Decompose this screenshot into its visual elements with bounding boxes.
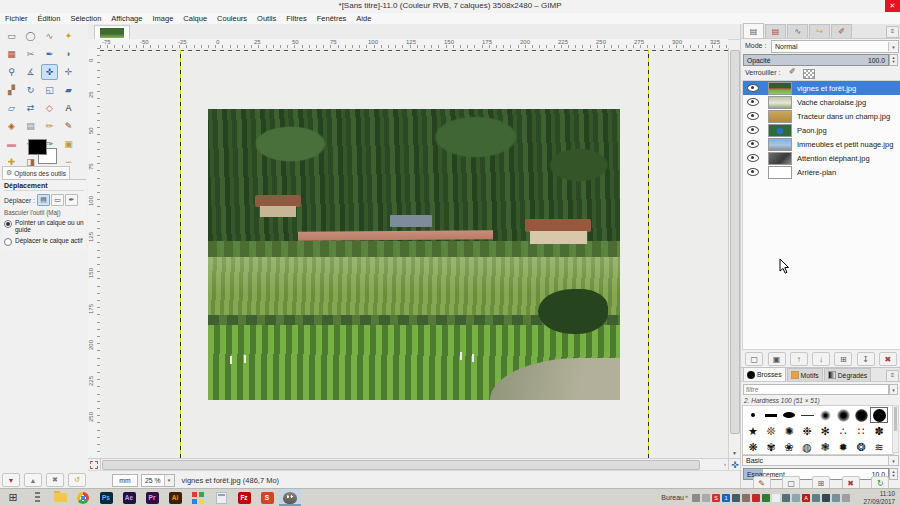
brush-item[interactable] (798, 407, 816, 423)
tool-pencil[interactable]: ✏ (41, 118, 58, 134)
chrome[interactable] (72, 489, 94, 506)
foreground-color-swatch[interactable] (28, 139, 47, 155)
tool-rotate[interactable]: ↻ (22, 82, 39, 98)
duplic)ate-layer-button[interactable]: ⊞ (834, 352, 852, 366)
tool-select-by-color[interactable]: ▦ (3, 46, 20, 62)
layer-row[interactable]: Vache charolaise.jpg (743, 95, 900, 109)
brush-grid-scrollbar[interactable] (892, 405, 899, 453)
radio-move-active-layer[interactable]: Déplacer le calque actif (4, 237, 84, 246)
menu-item[interactable]: Couleurs (212, 14, 252, 23)
tray-icon[interactable] (752, 494, 760, 502)
tab-undo-history[interactable]: ↪ (809, 24, 830, 38)
brush-item[interactable] (762, 407, 780, 423)
brush-item[interactable] (870, 407, 888, 423)
dock-menu-button[interactable]: ≡ (886, 26, 899, 38)
lower-layer-button[interactable]: ↓ (812, 352, 830, 366)
brush-item[interactable] (852, 407, 870, 423)
menu-item[interactable]: Aide (351, 14, 376, 23)
brush-item[interactable]: ❃ (816, 439, 834, 455)
brush-item[interactable] (744, 407, 762, 423)
scroll-right-arrow[interactable]: › (724, 460, 726, 469)
layer-row[interactable]: Attention éléphant.jpg (743, 151, 900, 165)
tab-tool-options[interactable]: ✐ (831, 24, 852, 38)
after-effects[interactable]: Ae (118, 489, 140, 506)
layer-visibility-eye-icon[interactable] (747, 168, 759, 176)
layer-row[interactable]: Immeubles et petit nuage.jpg (743, 137, 900, 151)
dock-menu-button[interactable]: ≡ (886, 370, 899, 382)
tray-icon[interactable] (692, 494, 700, 502)
toolbar-overflow-chevron[interactable]: » (685, 493, 688, 499)
layer-visibility-eye-icon[interactable] (747, 112, 759, 120)
canvas-viewport[interactable] (100, 48, 728, 458)
unit-dropdown[interactable]: mm (112, 474, 138, 487)
tray-icon[interactable] (702, 494, 710, 502)
brush-item[interactable]: ✺ (780, 423, 798, 439)
close-window-button[interactable]: ✕ (885, 0, 900, 12)
tab-brushes[interactable]: Brosses (743, 367, 786, 381)
brush-item[interactable]: ≋ (870, 439, 888, 455)
brush-item[interactable]: ✽ (870, 423, 888, 439)
tool-free-select[interactable]: ∿ (41, 28, 58, 44)
menu-item[interactable]: Édition (33, 14, 66, 23)
tool-shear[interactable]: ▰ (60, 82, 77, 98)
tool-ellipse-select[interactable]: ◯ (22, 28, 39, 44)
brush-item[interactable]: ✾ (762, 439, 780, 455)
brush-item[interactable]: ∷ (852, 423, 870, 439)
brush-item[interactable]: ❀ (780, 439, 798, 455)
tray-icon[interactable] (732, 494, 740, 502)
radio-pick-layer-or-guide[interactable]: Pointer un calque ou un guide (4, 219, 84, 234)
layer-row[interactable]: Paon.jpg (743, 123, 900, 137)
tool-eraser[interactable]: ▬ (3, 136, 20, 152)
tool-options-tab[interactable]: ⚙ Options des outils (2, 166, 70, 179)
tool-text[interactable]: A (60, 100, 77, 116)
opacity-spinner[interactable]: ▲▼ (889, 54, 898, 66)
new-layer-group-button[interactable]: ▣ (768, 352, 786, 366)
lock-pixels-icon[interactable]: ✐ (789, 67, 796, 76)
brush-item[interactable]: ◍ (798, 439, 816, 455)
vertical-scrollbar-thumb[interactable] (730, 50, 740, 434)
tool-clone[interactable]: ▣ (60, 136, 77, 152)
tray-icon[interactable] (842, 494, 850, 502)
layer-mode-dropdown[interactable]: Normal ▾ (771, 40, 899, 53)
tool-color-picker[interactable]: ◗ (60, 46, 77, 62)
illustrator[interactable]: Ai (164, 489, 186, 506)
layer-row[interactable]: vignes et forêt.jpg (743, 81, 900, 95)
tray-icon[interactable]: A (802, 494, 810, 502)
tool-scissors[interactable]: ✂ (22, 46, 39, 62)
brush-filter-input[interactable] (743, 384, 889, 395)
menu-item[interactable]: Sélection (65, 14, 106, 23)
tool-rectangle-select[interactable]: ▭ (3, 28, 20, 44)
menu-item[interactable]: Fichier (0, 14, 33, 23)
zoom-dropdown[interactable]: 25 % ▾ (141, 474, 175, 487)
layer-visibility-eye-icon[interactable] (747, 154, 759, 162)
tray-icon[interactable] (812, 494, 820, 502)
move-mode-selection[interactable]: ▭ (51, 194, 64, 206)
brush-item[interactable]: ∴ (834, 423, 852, 439)
tray-icon[interactable]: 1 (722, 494, 730, 502)
layer-row[interactable]: Arrière-plan (743, 165, 900, 179)
chevron-down-icon[interactable]: ▾ (889, 384, 898, 395)
file-explorer[interactable] (49, 489, 71, 506)
menu-item[interactable]: Affichage (106, 14, 147, 23)
restore-tool-preset-button[interactable]: ▲ (24, 473, 42, 487)
tray-icon[interactable] (782, 494, 790, 502)
tool-bucket-fill[interactable]: ◈ (3, 118, 20, 134)
tool-paths[interactable]: ✒ (41, 46, 58, 62)
opacity-slider[interactable]: Opacité 100.0 (743, 54, 889, 66)
tray-icon[interactable] (822, 494, 830, 502)
tray-icon[interactable]: S (712, 494, 720, 502)
image-tab[interactable] (94, 25, 130, 40)
brush-item[interactable]: ★ (744, 423, 762, 439)
delete-tool-preset-button[interactable]: ✖ (46, 473, 64, 487)
tool-perspective[interactable]: ▱ (3, 100, 20, 116)
brush-item[interactable]: ✹ (834, 439, 852, 455)
brush-item[interactable]: ❋ (744, 439, 762, 455)
brush-item[interactable] (834, 407, 852, 423)
tray-icon[interactable] (742, 494, 750, 502)
desktop-toolbar[interactable]: Bureau » (661, 494, 688, 501)
anchor-layer-button[interactable]: ↧ (857, 352, 875, 366)
lock-alpha-icon[interactable] (803, 69, 815, 79)
brush-item[interactable]: ❊ (762, 423, 780, 439)
tab-gradients[interactable]: Dégradés (824, 368, 871, 381)
premiere[interactable]: Pr (141, 489, 163, 506)
